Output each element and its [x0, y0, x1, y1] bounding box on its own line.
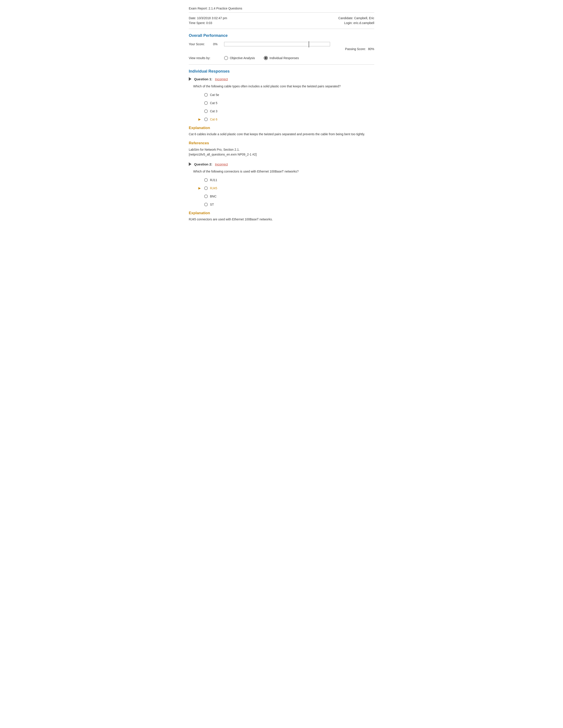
question-1-label: Question 1:	[194, 77, 212, 81]
time-spent-label: Time Spent: 0:03	[189, 21, 227, 25]
answer-text-q2-b4: ST	[210, 203, 214, 206]
login-label: Login: eric.d.campbell	[338, 21, 374, 25]
radio-label-objective: Objective Analysis	[230, 56, 255, 60]
overall-performance-section: Overall Performance Your Score: 0% Passi…	[189, 33, 374, 51]
radio-individual-responses[interactable]: Individual Responses	[264, 56, 299, 60]
explanation-title-q2: Explanation	[189, 211, 374, 215]
answer-text-q1-a3: Cat 3	[210, 109, 217, 113]
score-bar	[224, 42, 330, 46]
question-1: Question 1: Incorrect Which of the follo…	[189, 77, 374, 157]
radio-q2-b3[interactable]	[204, 195, 208, 198]
explanation-title-q1: Explanation	[189, 126, 374, 130]
reference-line-1: LabSim for Network Pro, Section 2.1.	[189, 147, 374, 152]
question-2-label: Question 2:	[194, 162, 212, 166]
reference-line-2: [netpro18v5_all_questions_en.exm NP09_2-…	[189, 152, 374, 157]
radio-q1-a3[interactable]	[204, 109, 208, 113]
question-2-header: Question 2: Incorrect	[189, 162, 374, 166]
radio-q1-a4[interactable]	[204, 118, 208, 121]
date-label: Date: 10/3/2018 3:02:47 pm	[189, 16, 227, 21]
answer-q2-b3[interactable]: ► BNC	[197, 194, 374, 199]
answer-q1-a3[interactable]: ► Cat 3	[197, 109, 374, 114]
answer-text-q2-b1: RJ11	[210, 178, 217, 182]
meta-row: Date: 10/3/2018 3:02:47 pm Time Spent: 0…	[189, 16, 374, 29]
question-1-status[interactable]: Incorrect	[215, 77, 228, 81]
answer-q2-b2[interactable]: ► RJ45	[197, 186, 374, 191]
references-title-q1: References	[189, 141, 374, 145]
passing-score-row: Passing Score: 80%	[189, 47, 374, 51]
question-2-status[interactable]: Incorrect	[215, 162, 228, 166]
answer-text-q1-a2: Cat 5	[210, 101, 217, 105]
radio-q2-b2[interactable]	[204, 186, 208, 190]
view-results-row: View results by: Objective Analysis Indi…	[189, 56, 374, 65]
question-1-text: Which of the following cable types often…	[193, 84, 374, 89]
question-1-answers: ► Cat 5e ► Cat 5 ► Cat 3 ► Cat 6	[197, 93, 374, 122]
collapse-icon-q1[interactable]	[189, 77, 191, 81]
score-bar-wrapper: Your Score: 0%	[189, 42, 374, 46]
score-label: Your Score:	[189, 42, 211, 46]
candidate-label: Candidate: Campbell, Eric	[338, 16, 374, 21]
score-value: 0%	[213, 42, 222, 46]
passing-score-marker	[309, 41, 309, 47]
collapse-icon-q2[interactable]	[189, 162, 191, 166]
arrow-q2-b2: ►	[197, 186, 202, 191]
passing-score-label: Passing Score:	[345, 47, 366, 51]
answer-text-q2-b3: BNC	[210, 195, 216, 198]
radio-q1-a2[interactable]	[204, 101, 208, 105]
radio-circle-objective[interactable]	[224, 56, 228, 60]
radio-label-individual: Individual Responses	[269, 56, 299, 60]
answer-text-q2-b2: RJ45	[210, 186, 217, 190]
references-text-q1: LabSim for Network Pro, Section 2.1. [ne…	[189, 147, 374, 157]
view-results-label: View results by:	[189, 56, 215, 60]
explanation-text-q2: RJ45 connectors are used with Ethernet 1…	[189, 217, 374, 222]
answer-q2-b1[interactable]: ► RJ11	[197, 178, 374, 182]
meta-right: Candidate: Campbell, Eric Login: eric.d.…	[338, 16, 374, 26]
question-2-answers: ► RJ11 ► RJ45 ► BNC ► ST	[197, 178, 374, 207]
passing-score-value: 80%	[368, 47, 374, 51]
answer-q1-a4[interactable]: ► Cat 6	[197, 117, 374, 122]
question-2-text: Which of the following connectors is use…	[193, 169, 374, 174]
radio-objective-analysis[interactable]: Objective Analysis	[224, 56, 255, 60]
individual-responses-title: Individual Responses	[189, 69, 374, 74]
answer-text-q1-a1: Cat 5e	[210, 93, 219, 97]
answer-q1-a1[interactable]: ► Cat 5e	[197, 93, 374, 97]
meta-left: Date: 10/3/2018 3:02:47 pm Time Spent: 0…	[189, 16, 227, 26]
answer-q1-a2[interactable]: ► Cat 5	[197, 101, 374, 105]
answer-text-q1-a4: Cat 6	[210, 118, 217, 121]
explanation-text-q1: Cat 6 cables include a solid plastic cor…	[189, 132, 374, 137]
exam-title: Exam Report: 2.1.4 Practice Questions	[189, 7, 374, 13]
radio-q2-b1[interactable]	[204, 178, 208, 182]
question-1-header: Question 1: Incorrect	[189, 77, 374, 81]
arrow-q1-a4: ►	[197, 117, 202, 122]
radio-q2-b4[interactable]	[204, 203, 208, 206]
radio-circle-individual[interactable]	[264, 56, 268, 60]
answer-q2-b4[interactable]: ► ST	[197, 202, 374, 207]
radio-q1-a1[interactable]	[204, 93, 208, 97]
question-2: Question 2: Incorrect Which of the follo…	[189, 162, 374, 222]
overall-performance-title: Overall Performance	[189, 33, 374, 38]
